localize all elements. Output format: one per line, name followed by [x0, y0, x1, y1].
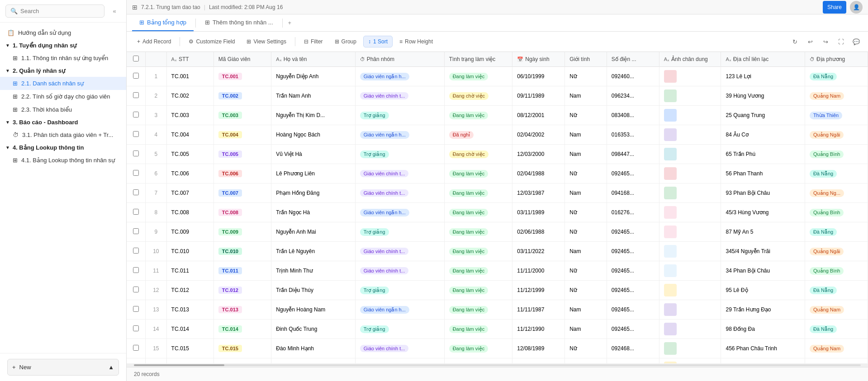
share-button[interactable]: Share	[823, 1, 846, 14]
sidebar-item-thong-tin-ung-tuyen[interactable]: ⊞ 1.1. Thông tin nhân sự ứng tuyển	[0, 52, 126, 65]
row-checkbox[interactable]	[133, 209, 139, 215]
fullscreen-button[interactable]: ⛶	[835, 35, 847, 48]
row-ma[interactable]: TC.001	[213, 67, 271, 86]
search-box[interactable]: 🔍	[5, 5, 104, 18]
col-header-checkbox[interactable]	[127, 52, 146, 67]
row-ma[interactable]: TC.002	[213, 86, 271, 106]
data-table-wrapper[interactable]: Aₓ STT Mã Giáo viên Aₓ Họ và tên	[127, 52, 868, 363]
view-settings-button[interactable]: ⊞ View Settings	[242, 36, 291, 47]
search-input[interactable]	[20, 8, 100, 14]
scrollbar-thumb[interactable]	[134, 364, 224, 366]
col-header-anh[interactable]: Aₓ Ảnh chân dung	[659, 52, 721, 67]
row-checkbox[interactable]	[133, 287, 139, 292]
table-row[interactable]: 16 TC.016 TC.016 Trịnh Hà Phương Trợ giả…	[127, 358, 868, 364]
row-checkbox[interactable]	[133, 228, 139, 234]
row-ma[interactable]: TC.015	[213, 339, 271, 358]
tab-them-thong-tin[interactable]: ⊞ Thêm thông tin nhân ...	[198, 14, 280, 31]
table-row[interactable]: 5 TC.005 TC.005 Vũ Việt Hà Trợ giảng Đan…	[127, 145, 868, 164]
new-button[interactable]: + New ▲	[7, 359, 119, 376]
row-ma[interactable]: TC.013	[213, 300, 271, 320]
row-checkbox-cell[interactable]	[127, 203, 146, 222]
table-row[interactable]: 11 TC.011 TC.011 Trịnh Minh Thư Giáo viê…	[127, 261, 868, 281]
row-checkbox[interactable]	[133, 306, 139, 312]
row-ma[interactable]: TC.012	[213, 281, 271, 300]
group-button[interactable]: ⊞ Group	[330, 36, 361, 47]
row-checkbox-cell[interactable]	[127, 67, 146, 86]
row-ma[interactable]: TC.005	[213, 145, 271, 164]
row-ma[interactable]: TC.011	[213, 261, 271, 281]
table-row[interactable]: 1 TC.001 TC.001 Nguyễn Diệp Anh Giáo viê…	[127, 67, 868, 86]
row-ma[interactable]: TC.009	[213, 222, 271, 242]
row-checkbox[interactable]	[133, 112, 139, 118]
collapse-sidebar-button[interactable]: «	[108, 5, 121, 18]
row-checkbox-cell[interactable]	[127, 183, 146, 203]
col-header-ngaysinh[interactable]: 📅 Ngày sinh	[512, 52, 565, 67]
row-checkbox-cell[interactable]	[127, 281, 146, 300]
sidebar-item-tinh-so-gio[interactable]: ⊞ 2.2. Tính số giờ dạy cho giáo viên	[0, 90, 126, 103]
table-row[interactable]: 13 TC.013 TC.013 Nguyễn Hoàng Nam Giáo v…	[127, 300, 868, 320]
row-ma[interactable]: TC.006	[213, 164, 271, 183]
filter-button[interactable]: ⊟ Filter	[299, 36, 328, 47]
row-checkbox-cell[interactable]	[127, 358, 146, 364]
redo-button[interactable]: ↪	[819, 35, 832, 48]
sort-button[interactable]: ↕ 1 Sort	[363, 36, 393, 47]
row-checkbox[interactable]	[133, 73, 139, 79]
row-checkbox[interactable]	[133, 92, 139, 98]
table-row[interactable]: 2 TC.002 TC.002 Trần Nam Anh Giáo viên c…	[127, 86, 868, 106]
row-ma[interactable]: TC.004	[213, 125, 271, 145]
col-header-tinhtrang[interactable]: Tình trạng làm việc	[444, 52, 512, 67]
select-all-checkbox[interactable]	[133, 56, 139, 61]
row-ma[interactable]: TC.008	[213, 203, 271, 222]
row-height-button[interactable]: ≡ Row Height	[394, 36, 438, 47]
row-ma[interactable]: TC.003	[213, 106, 271, 125]
col-header-diachi[interactable]: Aₓ Địa chỉ liên lạc	[721, 52, 805, 67]
sidebar-section-tuyen-dung[interactable]: ▼ 1. Tuyển dụng nhân sự	[0, 39, 126, 52]
table-row[interactable]: 14 TC.014 TC.014 Đinh Quốc Trung Trợ giả…	[127, 320, 868, 339]
col-header-hoten[interactable]: Aₓ Họ và tên	[271, 52, 355, 67]
user-avatar[interactable]: 👤	[850, 1, 863, 14]
customize-field-button[interactable]: ⚙ Customize Field	[184, 36, 240, 47]
table-row[interactable]: 12 TC.012 TC.012 Trần Diệu Thúy Trợ giản…	[127, 281, 868, 300]
row-ma[interactable]: TC.010	[213, 242, 271, 261]
table-row[interactable]: 10 TC.010 TC.010 Trần Lê Nguyên Giáo viê…	[127, 242, 868, 261]
row-checkbox[interactable]	[133, 151, 139, 156]
row-checkbox[interactable]	[133, 131, 139, 137]
add-tab-button[interactable]: +	[285, 16, 295, 30]
undo-button[interactable]: ↩	[804, 35, 816, 48]
col-header-gioitinh[interactable]: Giới tính	[565, 52, 607, 67]
row-checkbox-cell[interactable]	[127, 339, 146, 358]
col-header-diaphuong[interactable]: ⏱ Địa phương	[805, 52, 868, 67]
sidebar-item-phan-tich-data[interactable]: ⏱ 3.1. Phân tích data giáo viên + Tr...	[0, 128, 126, 141]
col-header-ma[interactable]: Mã Giáo viên	[213, 52, 271, 67]
table-row[interactable]: 3 TC.003 TC.003 Nguyễn Thị Kim D... Trợ …	[127, 106, 868, 125]
tab-bang-tong-hop[interactable]: ⊞ Bảng tổng hợp	[132, 14, 194, 31]
row-checkbox-cell[interactable]	[127, 222, 146, 242]
row-checkbox-cell[interactable]	[127, 86, 146, 106]
horizontal-scrollbar[interactable]	[127, 363, 868, 367]
row-ma[interactable]: TC.007	[213, 183, 271, 203]
row-checkbox[interactable]	[133, 189, 139, 195]
row-checkbox[interactable]	[133, 170, 139, 176]
row-checkbox-cell[interactable]	[127, 320, 146, 339]
table-row[interactable]: 7 TC.007 TC.007 Phạm Hồng Đăng Giáo viên…	[127, 183, 868, 203]
col-header-stt[interactable]: Aₓ STT	[166, 52, 213, 67]
row-checkbox-cell[interactable]	[127, 300, 146, 320]
row-checkbox-cell[interactable]	[127, 242, 146, 261]
row-ma[interactable]: TC.016	[213, 358, 271, 364]
refresh-button[interactable]: ↻	[788, 35, 801, 48]
table-row[interactable]: 15 TC.015 TC.015 Đào Minh Hạnh Giáo viên…	[127, 339, 868, 358]
row-checkbox-cell[interactable]	[127, 106, 146, 125]
sidebar-section-quan-ly[interactable]: ▼ 2. Quản lý nhân sự	[0, 65, 126, 77]
table-row[interactable]: 4 TC.004 TC.004 Hoàng Ngọc Bách Giáo viê…	[127, 125, 868, 145]
row-checkbox-cell[interactable]	[127, 261, 146, 281]
row-checkbox[interactable]	[133, 345, 139, 351]
row-checkbox[interactable]	[133, 267, 139, 273]
sidebar-item-huong-dan[interactable]: 📋 Hướng dẫn sử dụng	[0, 26, 126, 39]
sidebar-section-lookup[interactable]: ▼ 4. Bảng Lookup thông tin	[0, 141, 126, 154]
table-row[interactable]: 6 TC.006 TC.006 Lê Phương Liên Giáo viên…	[127, 164, 868, 183]
sidebar-section-bao-cao[interactable]: ▼ 3. Báo cáo - Dashboard	[0, 116, 126, 128]
chat-button[interactable]: 💬	[850, 35, 863, 48]
sidebar-item-bang-lookup-nhan-su[interactable]: ⊞ 4.1. Bảng Lookup thông tin nhân sự	[0, 154, 126, 167]
table-row[interactable]: 8 TC.008 TC.008 Trần Ngọc Hà Giáo viên n…	[127, 203, 868, 222]
row-checkbox[interactable]	[133, 248, 139, 254]
